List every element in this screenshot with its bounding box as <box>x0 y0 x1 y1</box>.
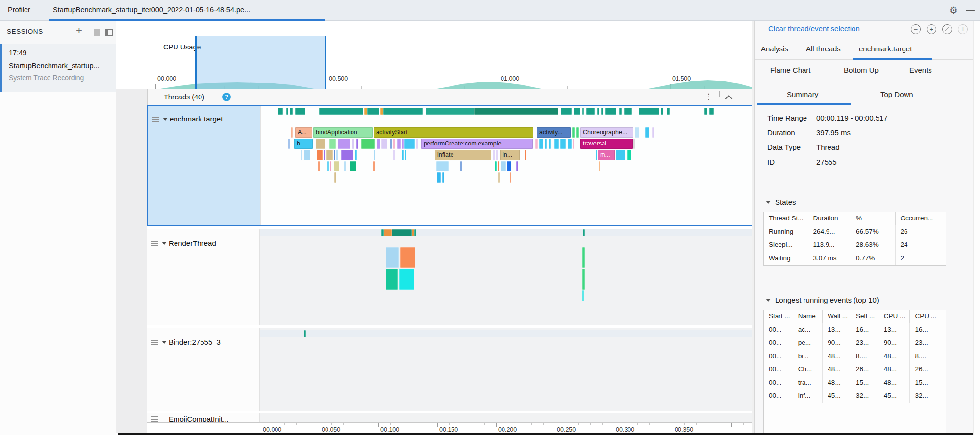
trace-event-sliver[interactable] <box>474 108 558 115</box>
collapse-triangle-icon[interactable] <box>766 299 771 302</box>
trace-event-sliver[interactable] <box>426 108 474 115</box>
column-header[interactable]: CPU ... <box>910 310 946 323</box>
table-row[interactable]: 00...tra...48...15...48...15... <box>764 376 946 389</box>
thread-track-binder[interactable] <box>260 328 752 411</box>
thread-track-renderthread[interactable] <box>260 229 752 325</box>
drag-handle-icon[interactable] <box>152 117 159 122</box>
trace-event-sliver[interactable] <box>334 150 335 160</box>
trace-event[interactable]: in... <box>500 150 520 160</box>
trace-event[interactable]: traversal <box>580 139 633 149</box>
trace-event-sliver[interactable] <box>361 139 375 149</box>
tab-benchmark-target[interactable]: enchmark.target <box>859 45 912 53</box>
timeline-selection[interactable] <box>195 36 326 89</box>
gear-icon[interactable]: ⚙ <box>949 4 958 16</box>
trace-event-sliver[interactable] <box>326 150 333 160</box>
trace-event-sliver[interactable] <box>286 108 288 115</box>
trace-event-sliver[interactable] <box>386 269 398 290</box>
trace-event-sliver[interactable] <box>633 139 635 149</box>
trace-event[interactable]: A... <box>295 127 312 138</box>
table-row[interactable]: Sleepi...113.9...28.63%24 <box>764 239 946 252</box>
trace-event-sliver[interactable] <box>290 108 293 115</box>
drag-handle-icon[interactable] <box>151 241 158 246</box>
trace-event-sliver[interactable] <box>316 139 325 149</box>
table-row[interactable]: 00...pe...90...23...90...23... <box>764 337 946 350</box>
trace-event[interactable]: inflate <box>435 150 491 160</box>
cpu-usage-panel[interactable]: CPU Usage 00.00000.50001.00001.500 <box>151 36 752 89</box>
thread-row-binder[interactable]: Binder:27555_3 <box>147 328 752 411</box>
trace-event-sliver[interactable] <box>516 161 518 171</box>
states-section-header[interactable]: States <box>766 198 969 206</box>
trace-event-sliver[interactable] <box>495 161 497 171</box>
trace-event-sliver[interactable] <box>560 139 566 149</box>
trace-event-sliver[interactable] <box>338 139 350 149</box>
trace-event-sliver[interactable] <box>545 139 547 149</box>
trace-event-sliver[interactable] <box>350 161 356 171</box>
help-icon[interactable]: ? <box>222 93 231 101</box>
trace-event-sliver[interactable] <box>334 161 339 171</box>
expand-triangle-icon[interactable] <box>163 118 168 121</box>
trace-event-sliver[interactable] <box>319 108 363 115</box>
expand-triangle-icon[interactable] <box>162 242 167 245</box>
trace-event-sliver[interactable] <box>582 247 585 268</box>
trace-event-sliver[interactable] <box>582 108 584 115</box>
trace-event-sliver[interactable] <box>498 161 499 171</box>
trace-event-sliver[interactable] <box>498 172 500 183</box>
trace-event-sliver[interactable] <box>393 139 395 149</box>
column-header[interactable]: Duration <box>808 212 852 225</box>
table-row[interactable]: 00...inf...45...32...45...32... <box>764 389 946 403</box>
trace-event-sliver[interactable] <box>549 139 551 149</box>
trace-event-sliver[interactable] <box>507 161 511 171</box>
trace-event-sliver[interactable] <box>374 150 375 160</box>
trace-event-sliver[interactable] <box>635 127 639 138</box>
trace-event-sliver[interactable] <box>561 108 572 115</box>
trace-event-sliver[interactable] <box>295 108 305 115</box>
thread-row-benchmark-target[interactable]: enchmark.target A...bindApplicationactiv… <box>147 105 752 226</box>
trace-event[interactable]: bindApplication <box>313 127 373 138</box>
longest-events-section-header[interactable]: Longest running events (top 10) <box>766 296 969 304</box>
trace-event-sliver[interactable] <box>414 229 416 236</box>
tab-top-down[interactable]: Top Down <box>880 90 913 98</box>
trace-event[interactable]: b... <box>294 139 313 149</box>
trace-event-sliver[interactable] <box>341 150 353 160</box>
trace-event-sliver[interactable] <box>493 150 495 160</box>
trace-event-sliver[interactable] <box>442 172 444 183</box>
zoom-out-icon[interactable]: − <box>911 24 921 34</box>
reset-zoom-icon[interactable] <box>942 24 952 34</box>
trace-event-sliver[interactable] <box>344 161 346 171</box>
column-header[interactable]: Thread St... <box>764 212 808 225</box>
drag-handle-icon[interactable] <box>151 340 158 345</box>
thread-row-renderthread[interactable]: RenderThread <box>147 229 752 325</box>
trace-event-sliver[interactable] <box>596 150 597 160</box>
trace-event-sliver[interactable] <box>583 229 585 236</box>
trace-event-sliver[interactable] <box>304 330 306 337</box>
trace-event-sliver[interactable] <box>496 150 498 160</box>
table-row[interactable]: 00...ac...13...16...13...16... <box>764 323 946 337</box>
trace-event-sliver[interactable] <box>709 108 714 115</box>
right-panel-scrollbar[interactable] <box>973 21 980 435</box>
trace-event-sliver[interactable] <box>416 139 418 149</box>
column-header[interactable]: Start ... <box>764 310 793 323</box>
trace-event-sliver[interactable] <box>652 127 654 138</box>
panel-splitter[interactable] <box>752 21 755 435</box>
trace-event-sliver[interactable] <box>624 108 632 115</box>
table-row[interactable]: Waiting3.07 ms0.77%2 <box>764 252 946 265</box>
thread-label-binder[interactable]: Binder:27555_3 <box>147 328 260 411</box>
column-header[interactable]: Wall ... <box>823 310 851 323</box>
trace-event-sliver[interactable] <box>291 127 293 138</box>
trace-event-sliver[interactable] <box>573 139 574 149</box>
drag-handle-icon[interactable] <box>151 416 158 422</box>
clear-selection-link[interactable]: Clear thread/event selection <box>768 24 860 33</box>
trace-event-sliver[interactable] <box>601 108 603 115</box>
thread-track-benchmark-target[interactable]: A...bindApplicationactivityStartactivity… <box>261 106 753 225</box>
trace-event-sliver[interactable] <box>301 150 302 160</box>
trace-file-tab[interactable]: StartupBenchmark_startup_iter000_2022-01… <box>49 0 254 21</box>
trace-event-sliver[interactable] <box>397 139 401 149</box>
expand-triangle-icon[interactable] <box>162 341 167 344</box>
trace-event-sliver[interactable] <box>402 139 404 149</box>
trace-event-sliver[interactable] <box>393 150 395 160</box>
trace-event-sliver[interactable] <box>582 269 585 290</box>
trace-event-sliver[interactable] <box>383 108 423 115</box>
trace-event-sliver[interactable] <box>390 139 392 149</box>
add-session-button[interactable]: + <box>76 24 82 37</box>
kebab-menu-icon[interactable]: ⋮ <box>704 92 713 102</box>
